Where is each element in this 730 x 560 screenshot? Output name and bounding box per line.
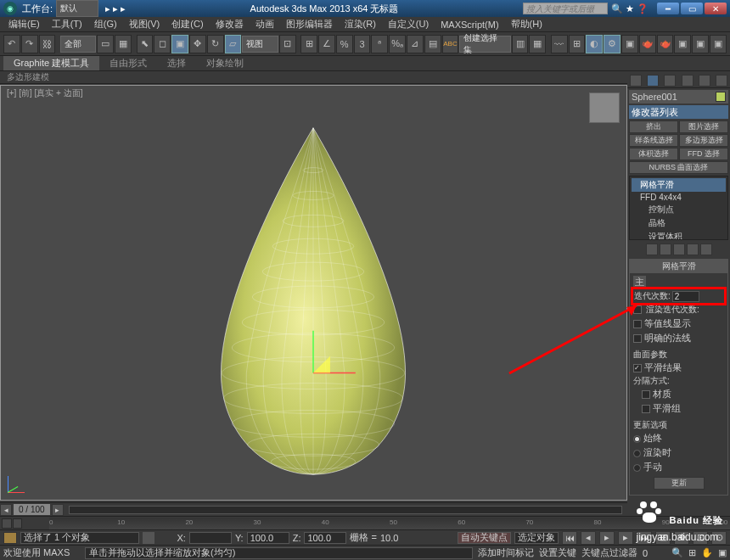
by-smoothgrp-option[interactable]: 平滑组 (633, 401, 724, 416)
scale-button[interactable]: ▱ (225, 35, 242, 53)
z-field[interactable]: 100.0 (304, 532, 346, 544)
redo-button[interactable]: ↷ (21, 35, 38, 53)
pin-stack-icon[interactable] (646, 244, 658, 255)
update-button[interactable]: 更新 (654, 477, 705, 490)
render-button[interactable]: 🫖 (657, 35, 674, 53)
modifier-stack[interactable]: 网格平滑 FFD 4x4x4 控制点 晶格 设置体积 Sphere (629, 176, 728, 240)
rollout-header[interactable]: 网格平滑 (630, 260, 727, 273)
mod-poly-button[interactable]: 多边形选择 (679, 134, 728, 147)
window-minimize-button[interactable]: ━ (657, 3, 679, 14)
snap-pct-button[interactable]: %ₐ (389, 35, 406, 53)
motion-tab-icon[interactable] (682, 75, 694, 87)
workspace-value[interactable]: 默认 (56, 0, 98, 17)
undo-button[interactable]: ↶ (3, 35, 20, 53)
rotate-button[interactable]: ↻ (207, 35, 224, 53)
time-track[interactable] (69, 506, 622, 514)
next-frame-button[interactable]: ▸ (618, 531, 633, 545)
menu-animation[interactable]: 动画 (250, 17, 279, 31)
angle-snap-button[interactable]: ∠ (318, 35, 335, 53)
frame-field[interactable]: 0 (643, 548, 666, 558)
smooth-result-option[interactable]: 平滑结果 (633, 361, 724, 375)
update-manual-option[interactable]: 手动 (633, 460, 724, 474)
menu-tools[interactable]: 工具(T) (47, 17, 87, 31)
autokey-button[interactable]: 自动关键点 (458, 532, 511, 544)
percent-snap-button[interactable]: % (336, 35, 353, 53)
pivot-button[interactable]: ⊡ (279, 35, 296, 53)
layer2-button[interactable]: ▦ (529, 35, 546, 53)
menu-help[interactable]: 帮助(H) (506, 17, 548, 31)
show-end-icon[interactable] (660, 244, 671, 255)
help-search-input[interactable] (523, 3, 608, 14)
object-name-field[interactable]: Sphere001 (629, 90, 728, 104)
time-slider[interactable]: ◂ 0 / 100 ▸ (0, 502, 627, 516)
select-rect-button[interactable]: ◻ (154, 35, 171, 53)
ribbon-tab-graphite[interactable]: Graphite 建模工具 (3, 56, 99, 70)
mod-ffd-button[interactable]: FFD 选择 (679, 148, 728, 160)
abc-button[interactable]: ABC (442, 35, 459, 53)
lock-icon[interactable] (3, 532, 17, 544)
selection-filter[interactable]: 全部 (60, 36, 96, 53)
link-button[interactable]: ⛓ (39, 35, 56, 53)
selkey-dropdown[interactable]: 选定对象 (514, 532, 559, 544)
ribbon-sub[interactable]: 多边形建模 (0, 71, 730, 84)
track-bar[interactable]: 0 10 20 30 40 50 60 70 80 90 100 (0, 516, 730, 529)
render-iter-check[interactable] (633, 305, 642, 314)
menu-customize[interactable]: 自定义(U) (383, 17, 434, 31)
unique-icon[interactable] (673, 244, 685, 255)
stack-setvol[interactable]: 设置体积 (632, 230, 726, 240)
ref-coord[interactable]: 视图 (242, 36, 278, 53)
stack-ffd[interactable]: FFD 4x4x4 (632, 192, 726, 203)
create-tab-icon[interactable] (630, 75, 642, 87)
track-a-icon[interactable] (2, 518, 12, 529)
window-close-button[interactable]: ✕ (705, 3, 727, 14)
track-b-icon[interactable] (13, 518, 23, 529)
schematic-button[interactable]: ⊞ (569, 35, 586, 53)
lock-sel-icon[interactable] (143, 532, 154, 544)
mod-vol-button[interactable]: 体积选择 (629, 148, 678, 160)
modifier-list-dropdown[interactable]: 修改器列表 (629, 105, 728, 119)
mod-spline-button[interactable]: 样条线选择 (629, 134, 678, 147)
time-handle[interactable]: 0 / 100 (14, 504, 50, 515)
hierarchy-tab-icon[interactable] (664, 75, 676, 87)
move-button[interactable]: ✥ (189, 35, 206, 53)
stack-lattice[interactable]: 晶格 (632, 216, 726, 230)
select-name-button[interactable]: ▦ (115, 35, 132, 53)
align-button[interactable]: ▤ (424, 35, 441, 53)
menu-maxscript[interactable]: MAXScript(M) (435, 19, 503, 31)
update-render-option[interactable]: 渲染时 (633, 445, 724, 460)
render-setup-button[interactable]: ⚙ (604, 35, 620, 53)
tool-c-button[interactable]: ▣ (710, 35, 727, 53)
render-frame-button[interactable]: ▣ (621, 35, 638, 53)
config-icon[interactable] (700, 244, 712, 255)
stack-meshsmooth[interactable]: 网格平滑 (632, 178, 726, 192)
viewcube[interactable] (589, 92, 620, 123)
iter-spinner[interactable]: 2 (672, 291, 699, 302)
menu-edit[interactable]: 编辑(E) (3, 17, 45, 31)
vp-zoom-button[interactable]: 🔍 (671, 547, 683, 558)
track-ruler[interactable]: 0 10 20 30 40 50 60 70 80 90 100 (49, 518, 730, 529)
time-prev-button[interactable]: ◂ (0, 504, 12, 516)
iso-line-option[interactable]: 等值线显示 (633, 316, 724, 331)
viewport[interactable] (0, 85, 627, 501)
layer-button[interactable]: ▥ (512, 35, 529, 53)
update-always-option[interactable]: 始终 (633, 431, 724, 445)
mat-editor-button[interactable]: ◐ (586, 35, 603, 53)
stack-ctrl[interactable]: 控制点 (632, 203, 726, 216)
menu-view[interactable]: 视图(V) (124, 17, 166, 31)
vp-pan-button[interactable]: ✋ (701, 547, 713, 558)
mod-nurbs-button[interactable]: NURBS 曲面选择 (629, 161, 728, 174)
key-filter-button[interactable]: 关键点过滤器 (581, 546, 637, 559)
mirror-button[interactable]: ⊿ (407, 35, 424, 53)
snap-button[interactable]: ⊞ (300, 35, 317, 53)
select-button[interactable]: ▭ (97, 35, 114, 53)
menu-render[interactable]: 渲染(R) (340, 17, 381, 31)
goto-start-button[interactable]: ⏮ (562, 531, 577, 545)
tool-b-button[interactable]: ▣ (692, 35, 709, 53)
mod-extrude-button[interactable]: 挤出 (629, 120, 678, 133)
display-tab-icon[interactable] (699, 75, 710, 87)
mod-img-button[interactable]: 图片选择 (679, 120, 728, 133)
select-arrow-button[interactable]: ⬉ (137, 35, 154, 53)
vp-zoomall-button[interactable]: ⊞ (688, 547, 696, 558)
modify-tab-icon[interactable] (647, 75, 659, 87)
spinner-snap-button[interactable]: 3 (354, 35, 371, 53)
